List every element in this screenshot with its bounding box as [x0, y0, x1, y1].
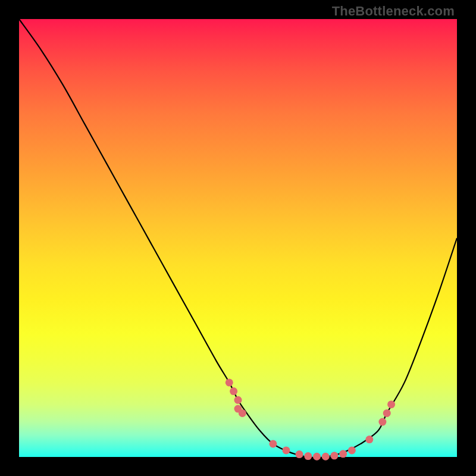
highlight-point: [365, 436, 373, 443]
highlight-point: [269, 440, 277, 447]
chart-area: [19, 19, 457, 457]
watermark-text: TheBottleneck.com: [332, 4, 455, 19]
highlight-point: [348, 446, 356, 454]
highlight-point: [226, 378, 233, 386]
highlight-point: [383, 409, 391, 417]
bottleneck-curve-line: [19, 19, 457, 458]
highlight-point: [378, 418, 386, 426]
highlight-point: [387, 400, 395, 408]
highlight-point: [304, 452, 312, 460]
highlight-point: [239, 409, 246, 417]
highlight-point: [313, 453, 321, 461]
highlight-point: [330, 452, 338, 459]
chart-svg: [19, 19, 457, 457]
highlight-point: [339, 450, 347, 458]
highlight-point: [234, 396, 242, 404]
highlight-point: [230, 387, 237, 395]
highlight-point: [296, 450, 303, 458]
highlight-point: [322, 453, 330, 461]
highlight-point: [282, 446, 290, 454]
